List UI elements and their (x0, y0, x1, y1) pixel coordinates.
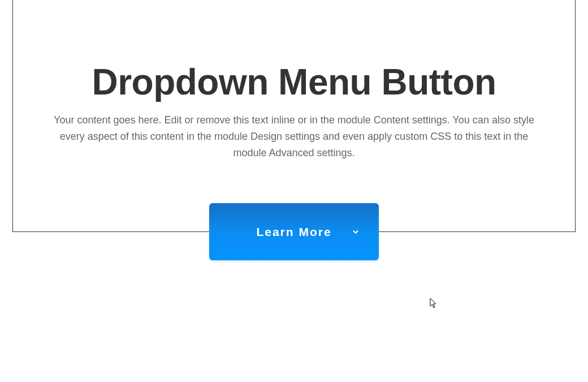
button-label: Learn More (256, 225, 331, 239)
page-title: Dropdown Menu Button (53, 62, 535, 102)
button-container: Learn More (209, 203, 379, 260)
page-description: Your content goes here. Edit or remove t… (54, 112, 534, 161)
learn-more-button[interactable]: Learn More (209, 203, 379, 260)
cursor-icon (430, 298, 438, 311)
content-card: Dropdown Menu Button Your content goes h… (12, 0, 576, 232)
chevron-down-icon (352, 228, 360, 236)
